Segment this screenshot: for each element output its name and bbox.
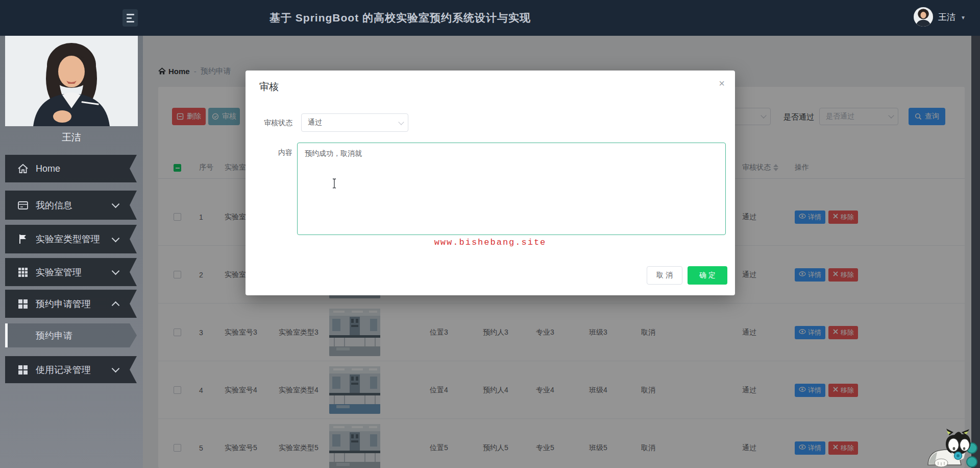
text-cursor-icon — [331, 178, 337, 189]
sidebar-item-label: 预约申请管理 — [36, 298, 91, 310]
hamburger-icon — [127, 14, 134, 15]
watermark-text: www.bishebang.site — [246, 238, 735, 247]
chevron-down-icon — [112, 267, 120, 275]
chevron-up-icon — [112, 301, 120, 310]
cancel-button[interactable]: 取 消 — [647, 266, 682, 285]
chevron-down-icon — [112, 234, 120, 242]
chevron-down-icon — [398, 119, 404, 125]
grid4-icon — [17, 298, 29, 310]
chevron-down-icon: ▼ — [961, 15, 966, 20]
sidebar-toggle-button[interactable] — [122, 9, 138, 27]
flag-icon — [17, 233, 29, 245]
sidebar-item-label: 实验室管理 — [36, 266, 82, 278]
confirm-button[interactable]: 确 定 — [688, 266, 727, 285]
grid9-icon — [17, 267, 29, 278]
sidebar-item-label: 我的信息 — [36, 199, 72, 212]
sidebar-item-label: 实验室类型管理 — [36, 233, 100, 245]
sidebar-item-menu-1[interactable]: 我的信息 — [5, 191, 137, 220]
modal-title: 审核 — [259, 80, 279, 93]
sidebar-item-menu-5[interactable]: 预约申请 — [5, 323, 137, 347]
cat-sticker — [927, 428, 975, 468]
home-icon — [17, 163, 29, 174]
sidebar: 王洁 Home我的信息实验室类型管理实验室管理预约申请管理预约申请使用记录管理 — [0, 36, 143, 468]
sidebar-item-menu-3[interactable]: 实验室管理 — [5, 258, 137, 286]
card-icon — [17, 200, 29, 211]
content-field-label: 内容 — [256, 148, 292, 157]
sidebar-user-name: 王洁 — [0, 131, 143, 144]
close-icon[interactable]: × — [719, 78, 725, 89]
profile-photo — [5, 36, 138, 127]
sidebar-item-menu-4[interactable]: 预约申请管理 — [5, 290, 137, 318]
page-title: 基于 SpringBoot 的高校实验室预约系统设计与实现 — [270, 11, 531, 25]
app-window: 基于 SpringBoot 的高校实验室预约系统设计与实现 王洁 ▼ — [0, 0, 980, 468]
grid4-icon — [17, 364, 29, 376]
chevron-down-icon — [112, 200, 120, 208]
audit-modal: 审核 × 审核状态 通过 内容 预约成功，取消就 www.bishebang.s… — [246, 71, 735, 295]
avatar — [914, 7, 933, 27]
scrollbar[interactable] — [971, 36, 980, 468]
sidebar-item-label: 使用记录管理 — [36, 364, 91, 376]
sidebar-item-label: Home — [36, 163, 60, 174]
sidebar-item-menu-6[interactable]: 使用记录管理 — [5, 356, 137, 383]
sidebar-item-label: 预约申请 — [36, 330, 72, 342]
chevron-down-icon — [112, 365, 120, 373]
top-header: 基于 SpringBoot 的高校实验室预约系统设计与实现 王洁 ▼ — [0, 0, 980, 36]
user-menu[interactable]: 王洁 ▼ — [914, 7, 966, 27]
status-select[interactable]: 通过 — [301, 113, 408, 132]
user-name: 王洁 — [938, 11, 955, 23]
sidebar-item-home[interactable]: Home — [5, 155, 137, 182]
content-textarea[interactable]: 预约成功，取消就 — [297, 143, 726, 235]
sidebar-item-menu-2[interactable]: 实验室类型管理 — [5, 225, 137, 253]
status-field-label: 审核状态 — [256, 119, 292, 128]
